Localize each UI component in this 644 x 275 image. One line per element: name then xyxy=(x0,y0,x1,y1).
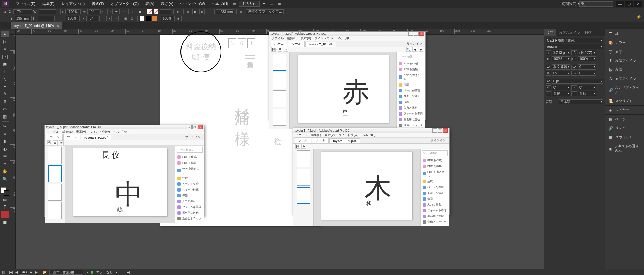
formatting-container-icon[interactable]: ▭ xyxy=(1,196,9,203)
arrange-icon[interactable]: ▦ xyxy=(277,2,282,6)
acro-tool-button[interactable]: スキャン補正 xyxy=(398,93,424,99)
acro-tab[interactable]: ツール xyxy=(288,41,305,47)
content-collector-tool[interactable]: ▣ xyxy=(1,61,9,67)
gap-swatch[interactable] xyxy=(152,16,157,21)
acro-tool-button[interactable]: PDF を書き出し xyxy=(422,169,448,179)
preflight-text[interactable]: エラーなし xyxy=(96,270,113,275)
align-left-icon[interactable]: ⫍ xyxy=(99,16,105,21)
acro-min[interactable]: – xyxy=(432,128,437,133)
thumbnail[interactable] xyxy=(273,54,286,71)
acro-tools-pane[interactable]: ツール検索...PDF を作成PDF を編集PDF を書き出し注釈ページを整理ス… xyxy=(175,146,204,223)
rotate-field[interactable]: 0° xyxy=(89,9,99,14)
y-field[interactable]: 135 mm xyxy=(15,16,32,21)
acro-tool-button[interactable]: 署名用に送信 xyxy=(177,210,203,216)
thumbnail[interactable] xyxy=(297,187,310,204)
panel-dock-item[interactable]: ▣テキストの回り込み xyxy=(605,142,644,155)
menu-file[interactable]: ファイル(F) xyxy=(12,0,39,8)
mail-icon[interactable]: ✉ xyxy=(284,47,288,52)
language-field[interactable]: 日本語 xyxy=(559,99,603,104)
acro-menu-item[interactable]: ヘルプ(H) xyxy=(338,36,352,41)
x-field[interactable]: 179.4 mm xyxy=(13,9,32,14)
next-page-icon[interactable]: ▶ xyxy=(419,47,423,52)
acro-close[interactable]: × xyxy=(419,32,424,36)
panel-dock-item[interactable]: ▦スウォッチ xyxy=(605,133,644,142)
acro-tool-button[interactable]: ページを整理 xyxy=(177,181,203,187)
acro-min[interactable]: – xyxy=(187,125,192,129)
object-style-icon[interactable]: ▭ xyxy=(239,9,244,14)
document-tab-close[interactable]: × xyxy=(57,24,59,28)
shear-icon[interactable]: ⌿ xyxy=(81,16,87,21)
panel-tab-parastyle[interactable]: 段落スタイル xyxy=(556,29,582,36)
object-style-field[interactable]: [基本グラフィックフ... xyxy=(246,9,283,14)
align-center-icon[interactable]: ⫏ xyxy=(106,16,112,21)
acro-tool-button[interactable]: 保護 xyxy=(398,99,424,105)
thumbnail[interactable] xyxy=(48,165,62,182)
auto2-field[interactable]: 自動 xyxy=(578,91,596,96)
panel-dock-item[interactable]: 段段落 xyxy=(605,65,644,74)
acro-tab[interactable]: toyota T_P2.pdf xyxy=(329,138,360,143)
acro-menu-item[interactable]: 編集(E) xyxy=(287,36,297,41)
acro-tool-search[interactable]: ツール検索... xyxy=(177,147,203,153)
stroke-weight-field[interactable] xyxy=(160,9,171,14)
panel-tab-character[interactable]: 文字 xyxy=(544,29,556,36)
acro-tool-button[interactable]: 注釈 xyxy=(398,82,424,88)
constrain-icon[interactable]: ⇅ xyxy=(60,9,66,14)
acro-tool-button[interactable]: スキャン補正 xyxy=(177,187,203,193)
line-tool[interactable]: ╲ xyxy=(1,76,9,82)
vscale-field[interactable]: 100% xyxy=(552,56,570,61)
hand-tool[interactable]: ✋ xyxy=(1,168,9,175)
acro-tool-button[interactable]: PDF を編集 xyxy=(398,66,424,72)
acro-tool-button[interactable]: フォームを準備 xyxy=(177,204,203,210)
w-field[interactable] xyxy=(39,9,56,14)
acro-tab[interactable]: toyota T_P2.pdf xyxy=(81,135,111,140)
acro-tool-button[interactable]: PDF を編集 xyxy=(422,163,448,169)
save-icon[interactable]: 💾 xyxy=(295,144,300,149)
thumbnail[interactable] xyxy=(297,150,310,167)
acrobat-window-1[interactable]: toyota T_P2.pdf - Adobe Acrobat Pro DC –… xyxy=(269,31,426,120)
prev-page-icon[interactable]: ◀ xyxy=(412,47,417,52)
thumbnail[interactable] xyxy=(48,202,62,219)
mail-icon[interactable]: ✉ xyxy=(59,140,64,145)
zoom-level[interactable]: 146.3 ▾ xyxy=(239,1,260,7)
print-icon[interactable]: 🖶 xyxy=(278,47,282,52)
acro-thumbnails[interactable] xyxy=(269,52,290,129)
acro-close[interactable]: × xyxy=(198,125,203,129)
acro-tool-search[interactable]: ツール検索... xyxy=(398,54,424,59)
acro-menu-item[interactable]: ヘルプ(H) xyxy=(362,133,376,137)
print-icon[interactable]: 🖶 xyxy=(53,140,58,145)
canvas[interactable]: 8070605040302010010203040506070809010011… xyxy=(10,29,544,269)
rotate-ccw-icon[interactable]: ↶ xyxy=(100,9,106,14)
master-page-field[interactable]: [基本] (作業用) xyxy=(49,270,83,275)
font-size-field[interactable]: 9.213 pt xyxy=(552,50,570,55)
acro-max[interactable]: ▢ xyxy=(192,125,197,129)
panel-dock-item[interactable]: A文字スタイル xyxy=(605,74,644,83)
stroke-swatch-2[interactable] xyxy=(146,16,151,21)
acrobat-window-3[interactable]: toyota T_P2.pdf - Adobe Acrobat Pro DC –… xyxy=(293,128,450,215)
menu-layout[interactable]: レイアウト(L) xyxy=(58,0,88,8)
corner-options-icon[interactable]: ⌐ xyxy=(209,9,215,14)
current-page-field[interactable]: 343 xyxy=(20,270,28,275)
acro-tool-button[interactable]: 注釈 xyxy=(422,179,448,184)
acro-menu-item[interactable]: ウィンドウ(W) xyxy=(90,129,110,134)
corner-radius-field[interactable]: 4.233 mm xyxy=(216,9,234,14)
formatting-text-icon[interactable]: T xyxy=(1,204,9,211)
preflight-status-icon[interactable] xyxy=(91,271,93,274)
effects-icon[interactable]: fx xyxy=(176,9,181,14)
print-icon[interactable]: 🖶 xyxy=(301,144,306,149)
hscale-field[interactable]: 100% xyxy=(578,56,596,61)
panel-dock-item[interactable]: ◈レイヤー xyxy=(605,106,644,114)
workspace-switcher[interactable]: 初期設定 xyxy=(562,1,577,6)
acro-tool-button[interactable]: 注釈 xyxy=(177,175,203,181)
window-close[interactable]: ✕ xyxy=(634,1,642,7)
fill-stroke-proxy[interactable] xyxy=(1,187,9,196)
free-transform-tool[interactable]: ✥ xyxy=(1,131,9,137)
window-maximize[interactable]: ▢ xyxy=(625,1,633,7)
acro-menu-item[interactable]: ファイル xyxy=(295,133,308,137)
fill-swatch[interactable] xyxy=(147,9,152,14)
acro-tool-button[interactable]: 署名用に送信 xyxy=(398,117,424,122)
acro-close[interactable]: × xyxy=(443,128,448,133)
acro-signin[interactable]: サインイン xyxy=(405,41,424,47)
stroke-swatch[interactable] xyxy=(154,9,158,14)
acro-tool-search[interactable]: ツール検索... xyxy=(422,150,448,156)
pen-tool[interactable]: ✒ xyxy=(1,83,9,90)
